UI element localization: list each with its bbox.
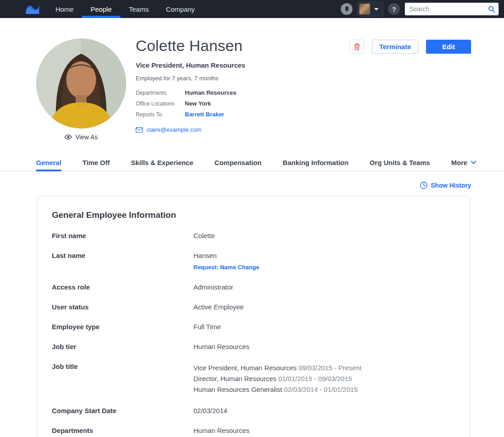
eye-icon: [64, 134, 72, 140]
tab-label: General: [36, 159, 61, 166]
tab-label: Time Off: [82, 159, 110, 166]
top-navbar: Home People Teams Company ?: [0, 0, 504, 18]
last-name-value: Hansen: [193, 252, 217, 259]
field-row-access-role: Access role Administrator: [52, 283, 455, 291]
field-label: Company Start Date: [52, 407, 193, 415]
field-value: Full Time: [193, 323, 221, 331]
tab-more[interactable]: More: [451, 154, 477, 171]
tab-label: Org Units & Teams: [370, 159, 430, 166]
tab-compensation[interactable]: Compensation: [215, 154, 261, 171]
edit-button[interactable]: Edit: [426, 40, 471, 54]
field-row-user-status: User status Active Employee: [52, 303, 455, 311]
field-label: Access role: [52, 283, 193, 291]
field-label: First name: [52, 232, 193, 240]
tab-label: Compensation: [215, 159, 261, 166]
envelope-icon: [136, 127, 143, 133]
meta-value-departments: Human Resources: [185, 89, 236, 96]
field-label: Last name: [52, 252, 193, 271]
user-menu[interactable]: [357, 2, 383, 16]
profile-header: View As Colette Hansen Vice President, H…: [0, 18, 504, 154]
field-row-employee-type: Employee type Full Time: [52, 323, 455, 331]
field-label: Departments: [52, 427, 193, 435]
field-label: Job tier: [52, 343, 193, 351]
chevron-down-icon: [374, 8, 379, 10]
meta-row-departments: Departments Human Resources: [136, 89, 379, 96]
reports-to-link[interactable]: Barrett Braker: [185, 111, 224, 118]
field-value: Human Resources: [193, 427, 249, 435]
field-row-first-name: First name Colette: [52, 232, 455, 240]
show-history-button[interactable]: Show History: [0, 171, 504, 189]
meta-label: Reports To: [136, 111, 185, 118]
request-name-change-link[interactable]: Request: Name Change: [193, 263, 259, 271]
job-history-title: Director, Human Resources: [193, 375, 276, 382]
view-as-label: View As: [75, 133, 98, 141]
field-value: Human Resources: [193, 343, 249, 351]
job-history-title: Human Resources Generalist: [193, 386, 282, 393]
terminate-button[interactable]: Terminate: [372, 40, 418, 54]
tab-skills-experience[interactable]: Skills & Experience: [131, 154, 193, 171]
help-button[interactable]: ?: [388, 3, 400, 15]
job-history-dates: 09/03/2015 - Present: [298, 364, 362, 372]
notifications-button[interactable]: [341, 3, 353, 15]
meta-row-office-locations: Office Locations New York: [136, 100, 379, 107]
field-label: User status: [52, 303, 193, 311]
meta-label: Office Locations: [136, 101, 185, 107]
job-history-dates: 02/03/2014 - 01/01/2015: [284, 386, 357, 393]
field-value: Active Employee: [193, 303, 244, 311]
help-label: ?: [392, 5, 396, 13]
tab-label: More: [451, 159, 467, 166]
search-input[interactable]: [405, 3, 499, 15]
general-info-card: General Employee Information First name …: [37, 196, 470, 437]
profile-tabs: General Time Off Skills & Experience Com…: [0, 154, 504, 171]
employee-email-link[interactable]: claire@example.com: [147, 126, 202, 133]
show-history-label: Show History: [431, 182, 471, 189]
tab-label: Skills & Experience: [131, 159, 193, 166]
nav-teams[interactable]: Teams: [120, 0, 157, 18]
employee-name: Colette Hansen: [136, 37, 379, 55]
profile-photo: [36, 38, 126, 129]
job-history-entry: Director, Human Resources 01/01/2015 - 0…: [193, 373, 362, 384]
logo-wave-icon: [24, 3, 41, 15]
user-avatar: [359, 4, 370, 14]
meta-label: Departments: [136, 90, 185, 96]
job-history-entry: Human Resources Generalist 02/03/2014 - …: [193, 384, 362, 395]
field-value: 02/03/2014: [193, 407, 227, 415]
job-history-entry: Vice President, Human Resources 09/03/20…: [193, 363, 362, 373]
nav-home[interactable]: Home: [47, 0, 82, 18]
trash-icon: [354, 43, 360, 51]
email-row: claire@example.com: [136, 126, 379, 133]
field-row-job-title: Job title Vice President, Human Resource…: [52, 363, 455, 395]
meta-value-office-locations: New York: [185, 100, 211, 107]
header-actions: Terminate Edit: [349, 40, 471, 54]
history-clock-icon: [420, 181, 428, 189]
bell-icon: [344, 5, 350, 13]
tab-general[interactable]: General: [36, 154, 61, 171]
field-row-departments: Departments Human Resources: [52, 427, 455, 435]
field-row-company-start-date: Company Start Date 02/03/2014: [52, 407, 455, 415]
search-icon[interactable]: [488, 5, 495, 13]
delete-button[interactable]: [349, 40, 364, 54]
nav-people[interactable]: People: [82, 0, 120, 18]
tab-org-units-teams[interactable]: Org Units & Teams: [370, 154, 430, 171]
employee-job-title: Vice President, Human Resources: [136, 61, 379, 69]
field-value: Hansen Request: Name Change: [193, 252, 259, 271]
field-label: Job title: [52, 363, 193, 395]
job-title-history: Vice President, Human Resources 09/03/20…: [193, 363, 362, 395]
field-label: Employee type: [52, 323, 193, 331]
search-box: [405, 3, 499, 15]
field-row-job-tier: Job tier Human Resources: [52, 343, 455, 351]
employee-meta: Departments Human Resources Office Locat…: [136, 89, 379, 118]
view-as-button[interactable]: View As: [36, 133, 126, 141]
chevron-down-icon: [471, 161, 477, 164]
nav-company[interactable]: Company: [157, 0, 203, 18]
meta-row-reports-to: Reports To Barrett Braker: [136, 111, 379, 118]
card-title: General Employee Information: [52, 210, 455, 220]
main-nav: Home People Teams Company: [47, 0, 203, 18]
job-history-dates: 01/01/2015 - 09/03/2015: [278, 375, 352, 382]
employee-tenure: Employed for 7 years, 7 months: [136, 75, 379, 82]
tab-banking-information[interactable]: Banking Information: [283, 154, 348, 171]
app-logo[interactable]: [24, 0, 41, 18]
tab-time-off[interactable]: Time Off: [82, 154, 110, 171]
field-value: Colette: [193, 232, 215, 240]
field-value: Administrator: [193, 283, 233, 291]
